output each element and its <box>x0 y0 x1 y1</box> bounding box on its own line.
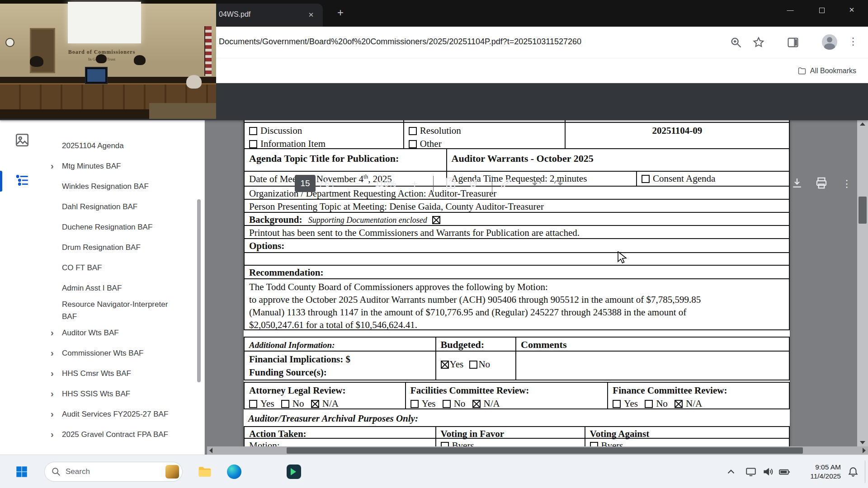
chevron-right-icon[interactable]: › <box>45 368 62 379</box>
undo-icon[interactable]: ↶ <box>528 175 545 192</box>
checkbox-other[interactable] <box>409 140 417 148</box>
bookmark-item[interactable]: Duchene Resignation BAF <box>45 217 194 237</box>
chevron-right-icon[interactable]: › <box>45 409 62 419</box>
bookmark-item[interactable]: ›Auditor Wts BAF <box>45 323 194 343</box>
window-minimize-button[interactable]: — <box>776 0 805 20</box>
checkbox-finance-yes[interactable] <box>613 400 621 408</box>
checkbox-finance-na[interactable] <box>675 400 683 408</box>
taskbar-clock[interactable]: 9:05 AM 11/4/2025 <box>793 463 841 481</box>
checkbox-attorney-na[interactable] <box>311 400 319 408</box>
scroll-left-arrow[interactable] <box>209 448 212 453</box>
checkbox-facilities-no[interactable] <box>443 400 451 408</box>
taskbar: Search 9:05 AM 11/4/2025 <box>0 455 868 488</box>
all-bookmarks-button[interactable]: All Bookmarks <box>794 64 860 78</box>
annotate-pen-icon[interactable] <box>499 176 514 191</box>
chevron-right-icon[interactable]: › <box>45 328 62 338</box>
rotate-icon[interactable]: ↺ <box>465 175 482 192</box>
bookmark-item[interactable]: ›2025 Gravel Contract FPA BAF <box>45 424 194 445</box>
screen: 04WS.pdf ✕ + — ✕ Documents/Government/Bo… <box>0 0 868 488</box>
checkbox-attorney-no[interactable] <box>281 400 289 408</box>
checkbox-facilities-na[interactable] <box>472 400 481 408</box>
tray-battery-icon[interactable] <box>778 466 790 478</box>
checkbox-discussion[interactable] <box>249 127 257 135</box>
checkbox-information-item[interactable] <box>249 140 257 148</box>
bookmark-item[interactable]: Resource Navigator-Interpreter BAF <box>45 298 194 323</box>
tray-speaker-icon[interactable] <box>762 466 774 478</box>
checkbox-finance-no[interactable] <box>645 400 653 408</box>
toolbar-divider <box>433 176 434 192</box>
checkbox-against-byers[interactable] <box>590 442 598 446</box>
checkbox-resolution[interactable] <box>409 127 417 135</box>
bookmark-item[interactable]: Winkles Resignation BAF <box>45 176 194 197</box>
search-icon <box>51 467 61 477</box>
chevron-right-icon[interactable]: › <box>45 348 62 358</box>
search-highlight-image[interactable] <box>165 465 179 479</box>
checkbox-favor-byers[interactable] <box>441 442 449 446</box>
redo-icon[interactable]: ↷ <box>550 175 567 192</box>
checkbox-consent-agenda[interactable] <box>642 175 650 183</box>
browser-menu-icon[interactable]: ⋮ <box>848 36 858 47</box>
checkbox-facilities-yes[interactable] <box>410 400 419 408</box>
zoom-out-button[interactable]: − <box>349 175 366 192</box>
zoom-search-icon[interactable] <box>730 36 742 49</box>
bookmark-item[interactable]: ›Audit Services FY2025-27 BAF <box>45 404 194 424</box>
tray-display-icon[interactable] <box>745 466 757 478</box>
bookmark-item[interactable]: Dahl Resignation BAF <box>45 197 194 217</box>
page-number-input[interactable]: 15 <box>295 175 316 192</box>
chevron-right-icon[interactable]: › <box>45 161 62 171</box>
label-resolution: Resolution <box>420 125 461 136</box>
horizontal-scroll-thumb[interactable] <box>287 447 803 454</box>
checkbox-budgeted-no[interactable] <box>469 361 477 369</box>
vertical-scrollbar[interactable] <box>857 120 868 446</box>
document-outline-icon[interactable] <box>14 173 30 188</box>
bookmark-item[interactable]: Admin Asst I BAF <box>45 278 194 298</box>
tab-close-icon[interactable]: ✕ <box>306 9 316 20</box>
sidebar-scrollbar[interactable] <box>197 199 201 382</box>
background-note: Supporting Documentation enclosed <box>308 216 427 225</box>
bookmark-item[interactable]: ›Mtg Minutes BAF <box>45 156 194 176</box>
presenter-line: Person Presenting Topic at Meeting: Deni… <box>245 200 789 212</box>
side-panel-icon[interactable] <box>787 36 799 49</box>
download-icon[interactable] <box>790 176 805 191</box>
notification-bell-icon[interactable] <box>847 466 859 478</box>
scroll-down-arrow[interactable] <box>860 441 865 444</box>
new-tab-button[interactable]: + <box>334 6 347 20</box>
bookmark-star-icon[interactable] <box>752 36 765 49</box>
start-button[interactable] <box>12 455 32 488</box>
taskbar-edge[interactable] <box>224 455 244 488</box>
thumbnails-icon[interactable] <box>14 132 30 148</box>
profile-avatar[interactable] <box>822 34 837 50</box>
scroll-right-arrow[interactable] <box>863 448 866 453</box>
taskbar-search[interactable]: Search <box>44 462 183 482</box>
zoom-in-button[interactable]: + <box>406 175 423 192</box>
checkbox-budgeted-yes[interactable] <box>441 361 449 369</box>
pdf-page: Discussion Information Item Resolution O… <box>244 120 790 446</box>
url-text[interactable]: Documents/Government/Board%20of%20Commis… <box>219 37 581 47</box>
horizontal-scrollbar[interactable] <box>207 446 868 455</box>
clock-date: 11/4/2025 <box>793 472 841 481</box>
checkbox-attorney-yes[interactable] <box>249 400 257 408</box>
pdf-menu-icon[interactable]: ⋮ <box>838 175 855 192</box>
chevron-right-icon[interactable]: › <box>45 429 62 440</box>
vertical-scroll-thumb[interactable] <box>859 197 867 224</box>
bookmark-item[interactable]: ›Commissioner Wts BAF <box>45 343 194 363</box>
print-icon[interactable] <box>815 176 829 191</box>
bookmark-item[interactable]: Drum Resignation BAF <box>45 237 194 258</box>
show-desktop-button[interactable] <box>865 460 865 483</box>
taskbar-app-4[interactable] <box>284 455 304 488</box>
window-close-button[interactable]: ✕ <box>837 0 866 20</box>
taskbar-file-explorer[interactable] <box>195 455 215 488</box>
chevron-right-icon[interactable]: › <box>45 389 62 399</box>
bookmark-item[interactable]: CO FT BAF <box>45 258 194 278</box>
bookmark-item[interactable]: 20251104 Agenda <box>45 136 194 156</box>
checkbox-supporting-docs[interactable] <box>432 216 440 224</box>
video-person <box>96 54 107 63</box>
fit-page-icon[interactable] <box>444 176 458 191</box>
bookmark-item-label: HHS Cmsr Wts BAF <box>62 367 175 380</box>
tray-chevron-up-icon[interactable] <box>725 466 737 478</box>
media-app-icon <box>287 465 301 479</box>
bookmark-item[interactable]: ›HHS Cmsr Wts BAF <box>45 363 194 384</box>
scroll-up-arrow[interactable] <box>860 122 865 126</box>
bookmark-item[interactable]: ›HHS SSIS Wts BAF <box>45 384 194 404</box>
window-maximize-button[interactable] <box>807 0 836 20</box>
